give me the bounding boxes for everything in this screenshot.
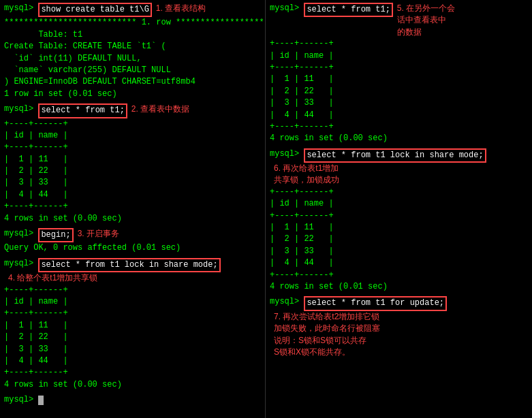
mysql-prompt: mysql> (4, 103, 38, 115)
sql-command: begin; (38, 228, 73, 242)
terminal-line: mysql> (4, 394, 261, 406)
terminal-line: | id | name | (270, 50, 528, 62)
terminal-line: `id` int(11) DEFAULT NULL, (4, 53, 261, 65)
mysql-prompt: mysql> (4, 3, 38, 14)
terminal-line: | 2 | 22 | (270, 86, 528, 97)
terminal-line: +----+------+ (4, 142, 261, 153)
terminal-line: | id | name | (270, 198, 528, 210)
cursor (38, 396, 44, 405)
mysql-prompt: mysql> (270, 3, 304, 14)
terminal-line: +----+------+ (4, 367, 261, 379)
terminal-line: | id | name | (4, 296, 261, 308)
sql-command: select * from t1 lock in share mode; (38, 258, 220, 272)
terminal-line: mysql> show create table t1\G1. 查看表结构 (4, 3, 261, 17)
terminal-line: mysql> select * from t1 lock in share mo… (4, 258, 261, 285)
terminal-line: | 2 | 22 | (4, 165, 261, 177)
terminal-line: | 1 | 11 | (270, 74, 528, 85)
terminal-line: mysql> select * from t1;2. 查看表中数据 (4, 103, 261, 118)
mysql-prompt: mysql> (270, 296, 304, 308)
annotation: 4. 给整个表t1增加共享锁 (8, 272, 97, 284)
mysql-prompt: mysql> (4, 394, 38, 406)
terminal-line: | 4 | 44 | (270, 110, 528, 121)
terminal-line: Table: t1 (4, 29, 261, 41)
terminal-line: mysql> begin;3. 开启事务 (4, 228, 261, 242)
terminal-line: | 3 | 33 | (270, 246, 528, 257)
terminal-line: *************************** 1. row *****… (4, 17, 261, 29)
annotation: 6. 再次给表t1增加 共享锁，加锁成功 (274, 163, 339, 187)
sql-command: select * from t1 for update; (304, 296, 447, 310)
sql-command: show create table t1\G (38, 3, 151, 17)
mysql-prompt: mysql> (270, 148, 304, 160)
terminal-line: 4 rows in set (0.00 sec) (4, 213, 261, 225)
terminal-line: | 4 | 44 | (4, 355, 261, 367)
terminal-line: +----+------+ (270, 210, 528, 222)
terminal-line: +----+------+ (4, 285, 261, 296)
terminal-line: +----+------+ (4, 201, 261, 212)
mysql-prompt: mysql> (4, 258, 38, 270)
terminal-line: +----+------+ (270, 187, 528, 198)
terminal-line: `name` varchar(255) DEFAULT NULL (4, 65, 261, 76)
terminal-line: 4 rows in set (0.01 sec) (270, 281, 528, 293)
left-terminal: mysql> show create table t1\G1. 查看表结构***… (0, 0, 266, 418)
terminal-line: ) ENGINE=InnoDB DEFAULT CHARSET=utf8mb4 (4, 76, 261, 88)
terminal-line: | 1 | 11 | (270, 222, 528, 234)
terminal-line: | 4 | 44 | (4, 189, 261, 201)
sql-command: select * from t1 lock in share mode; (304, 148, 486, 163)
terminal-line: +----+------+ (270, 121, 528, 133)
terminal-line: 4 rows in set (0.00 sec) (4, 379, 261, 391)
terminal-line: | 3 | 33 | (4, 344, 261, 355)
annotation: 5. 在另外一个会 话中查看表中 的数据 (397, 3, 455, 38)
terminal-line: +----+------+ (4, 308, 261, 319)
terminal-line: mysql> select * from t1;5. 在另外一个会 话中查看表中… (270, 3, 528, 38)
terminal-line: | 2 | 22 | (270, 234, 528, 245)
terminal-line: mysql> select * from t1 for update;7. 再次… (270, 296, 528, 358)
terminal-line: +----+------+ (270, 38, 528, 50)
terminal-line: 1 row in set (0.01 sec) (4, 89, 261, 100)
terminal-line: +----+------+ (270, 270, 528, 281)
annotation: 1. 查看表结构 (156, 3, 206, 14)
terminal-line: | 1 | 11 | (4, 154, 261, 165)
annotation: 2. 查看表中数据 (131, 103, 189, 115)
terminal-line: Query OK, 0 rows affected (0.01 sec) (4, 242, 261, 254)
sql-command: select * from t1; (38, 103, 127, 118)
terminal-line: Create Table: CREATE TABLE `t1` ( (4, 41, 261, 52)
mysql-prompt: mysql> (4, 228, 38, 240)
right-terminal: mysql> select * from t1;5. 在另外一个会 话中查看表中… (266, 0, 532, 418)
terminal-line: 4 rows in set (0.00 sec) (270, 133, 528, 144)
terminal-line: +----+------+ (270, 62, 528, 74)
terminal-line: | 3 | 33 | (4, 177, 261, 189)
terminal-line: | 1 | 11 | (4, 320, 261, 332)
annotation: 7. 再次尝试给表t2增加排它锁 加锁失败，此时命名行被阻塞 说明：S锁和S锁可… (274, 311, 380, 359)
sql-command: select * from t1; (304, 3, 392, 17)
terminal-line: mysql> select * from t1 lock in share mo… (270, 148, 528, 187)
annotation: 3. 开启事务 (78, 228, 119, 240)
terminal-line: | 2 | 22 | (4, 332, 261, 343)
terminal-line: | 4 | 44 | (270, 257, 528, 269)
terminal-line: | id | name | (4, 130, 261, 142)
terminal-line: | 3 | 33 | (270, 97, 528, 109)
terminal-line: +----+------+ (4, 118, 261, 130)
